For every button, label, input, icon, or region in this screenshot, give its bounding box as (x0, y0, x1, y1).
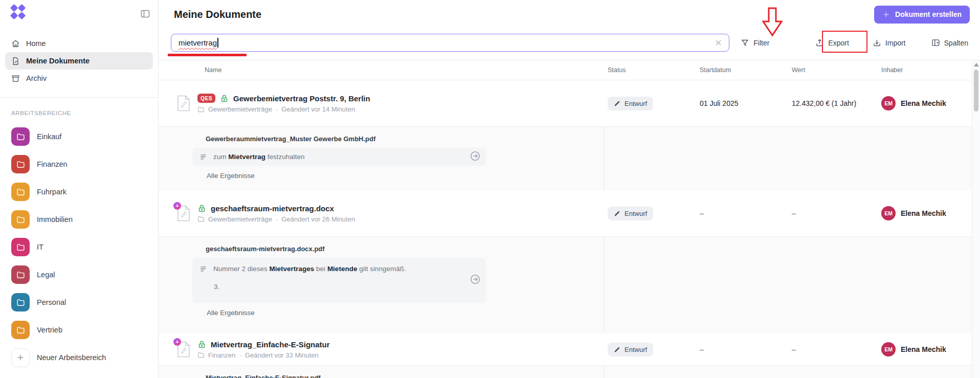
column-header-inhaber[interactable]: Inhaber (877, 66, 962, 74)
workspace-label: Personal (37, 298, 66, 306)
text-lines-icon (199, 265, 207, 273)
sidebar-collapse-icon[interactable] (140, 9, 151, 20)
lock-icon (197, 340, 206, 349)
open-result-icon[interactable] (470, 274, 481, 287)
search-value: mietvertrag (179, 38, 217, 47)
home-icon (11, 39, 20, 48)
columns-icon (931, 38, 940, 47)
sidebar-item-fuhrpark[interactable]: Fuhrpark (11, 182, 153, 202)
scrollbar-thumb[interactable] (974, 70, 978, 112)
document-meta: Gewerbemietverträge · Geändert vor 14 Mi… (197, 105, 370, 113)
filter-label: Filter (753, 39, 769, 47)
pencil-icon (614, 100, 620, 107)
draft-document-icon: + (177, 205, 190, 221)
all-results-link[interactable]: Alle Ergebnisse (207, 309, 255, 324)
lock-icon (197, 204, 206, 213)
page-header: Meine Dokumente Dokument erstellen (159, 0, 980, 26)
separator-dot: · (239, 351, 241, 359)
column-header-startdatum[interactable]: Startdatum (696, 66, 788, 74)
status-badge[interactable]: Entwurf (608, 97, 653, 110)
import-button[interactable]: Import (873, 38, 906, 47)
document-title[interactable]: Mietvertrag_Einfache-E-Signatur (211, 340, 330, 349)
result-file-name[interactable]: Gewerberaummietvertrag_Muster Gewerbe Gm… (206, 135, 972, 143)
sidebar-item-label: Meine Dokumente (26, 57, 90, 65)
open-result-icon[interactable] (470, 150, 481, 164)
create-document-label: Dokument erstellen (895, 10, 962, 18)
wert-cell: – (788, 209, 877, 217)
status-badge[interactable]: Entwurf (608, 343, 653, 357)
sidebar-item-einkauf[interactable]: Einkauf (11, 127, 153, 146)
folder-small-icon (197, 106, 205, 113)
new-workspace-button[interactable]: Neuer Arbeitsbereich (11, 348, 153, 367)
sidebar-divider (0, 97, 158, 98)
document-meta: Gewerbemietverträge · Geändert vor 26 Mi… (197, 215, 355, 223)
owner-name: Elena Mechik (901, 345, 946, 353)
document-name-cell: + Mietvertrag_Einfache-E-Signatur Finanz… (174, 340, 604, 359)
workspace-label: IT (37, 243, 43, 251)
archive-icon (11, 74, 20, 83)
avatar: EM (881, 206, 896, 220)
column-header-wert[interactable]: Wert (788, 66, 877, 74)
document-title[interactable]: geschaeftsraum-mietvertrag.docx (211, 204, 334, 213)
owner-name: Elena Mechik (901, 209, 946, 217)
app-window: Home Meine Dokumente Archiv ARBEITSBEREI… (0, 0, 980, 378)
column-header-status[interactable]: Status (604, 66, 696, 74)
table-row[interactable]: QES Gewerbemietvertrag Poststr. 9, Berli… (159, 80, 972, 126)
scroll-up-icon[interactable] (974, 63, 979, 66)
text-lines-icon (199, 153, 207, 161)
workspaces-section-label: ARBEITSBEREICHE (11, 110, 71, 116)
sidebar-item-home[interactable]: Home (5, 35, 153, 52)
sidebar-item-label: Home (26, 39, 46, 48)
workspace-label: Einkauf (37, 132, 61, 141)
workspace-label: Legal (37, 271, 55, 279)
plus-icon (11, 348, 30, 367)
search-input[interactable]: mietvertrag (171, 34, 729, 52)
folder-icon (11, 265, 30, 284)
all-results-link[interactable]: Alle Ergebnisse (207, 172, 255, 187)
filter-button[interactable]: Filter (741, 38, 769, 47)
result-snippet-line2: 3. (214, 283, 465, 291)
search-result-section: Gewerberaummietvertrag_Muster Gewerbe Gm… (159, 126, 972, 190)
column-header-name[interactable]: Name (174, 66, 604, 74)
sidebar-item-personal[interactable]: Personal (11, 293, 153, 312)
sidebar-item-legal[interactable]: Legal (11, 265, 153, 284)
document-folder: Gewerbemietverträge (208, 215, 272, 223)
status-badge[interactable]: Entwurf (608, 207, 653, 220)
sidebar-item-archiv[interactable]: Archiv (5, 70, 153, 87)
status-cell: Entwurf (604, 97, 696, 110)
table-row[interactable]: + geschaeftsraum-mietvertrag.docx Gewerb… (159, 190, 972, 236)
folder-icon (11, 210, 30, 229)
sidebar-item-vertrieb[interactable]: Vertrieb (11, 320, 153, 340)
draft-document-icon (177, 95, 190, 112)
workspace-label: Immobilien (37, 215, 73, 224)
sidebar-item-it[interactable]: IT (11, 237, 153, 257)
document-title[interactable]: Gewerbemietvertrag Poststr. 9, Berlin (233, 94, 370, 103)
result-snippet[interactable]: zum Mietvertrag festzuhalten (192, 148, 486, 166)
sidebar-item-immobilien[interactable]: Immobilien (11, 210, 153, 229)
sidebar-item-finanzen[interactable]: Finanzen (11, 154, 153, 174)
vertical-scrollbar[interactable] (972, 60, 980, 378)
folder-icon (11, 238, 30, 256)
sidebar-item-meine-dokumente[interactable]: Meine Dokumente (5, 52, 153, 70)
funnel-icon (741, 38, 749, 47)
wert-cell: – (788, 345, 877, 353)
import-label: Import (885, 39, 906, 47)
columns-button[interactable]: Spalten (931, 38, 968, 47)
pencil-icon (614, 346, 620, 353)
create-document-button[interactable]: Dokument erstellen (874, 6, 970, 24)
result-snippet[interactable]: Nummer 2 dieses Mietvertrages bei Mieten… (192, 258, 486, 303)
sidebar: Home Meine Dokumente Archiv ARBEITSBEREI… (0, 0, 159, 378)
folder-icon (11, 155, 30, 173)
folder-small-icon (197, 351, 205, 359)
inhaber-cell: EM Elena Mechik (877, 96, 962, 110)
clear-search-icon[interactable] (715, 39, 723, 47)
result-file-name[interactable]: Mietvertrag_Einfache-E-Signatur.pdf (206, 374, 972, 378)
annotation-export-box (822, 31, 867, 53)
document-modified: Geändert vor 33 Minuten (245, 351, 319, 359)
workspace-label: Vertrieb (37, 326, 62, 334)
table-row[interactable]: + Mietvertrag_Einfache-E-Signatur Finanz… (159, 333, 972, 365)
result-file-name[interactable]: geschaeftsraum-mietvertrag.docx.pdf (206, 245, 972, 253)
document-name-cell: QES Gewerbemietvertrag Poststr. 9, Berli… (174, 94, 604, 113)
qes-badge: QES (197, 94, 215, 103)
folder-icon (11, 321, 30, 339)
